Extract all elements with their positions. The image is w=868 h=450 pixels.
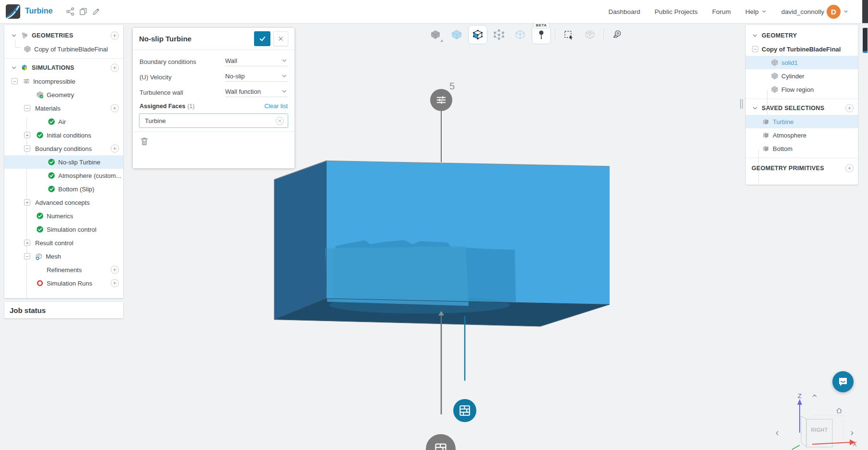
rpanel-selection-turbine[interactable]: Turbine bbox=[746, 115, 858, 128]
assignment-input[interactable]: Turbine bbox=[139, 113, 288, 128]
rpanel-section-saved-selections[interactable]: SAVED SELECTIONS bbox=[746, 101, 858, 115]
tree-item-simulation-runs[interactable]: Simulation Runs bbox=[4, 276, 123, 290]
expand-toggle[interactable] bbox=[24, 132, 30, 138]
nav-public-projects[interactable]: Public Projects bbox=[655, 8, 698, 15]
render-wireframe-button[interactable] bbox=[511, 25, 530, 44]
add-primitive-button[interactable] bbox=[845, 164, 854, 173]
home-icon[interactable] bbox=[835, 407, 843, 414]
collapse-toggle[interactable] bbox=[12, 78, 18, 85]
cylinder-region-silhouette[interactable] bbox=[325, 246, 469, 306]
rpanel-selection-atmosphere[interactable]: Atmosphere bbox=[746, 128, 858, 142]
assigned-faces-count: (1) bbox=[187, 103, 264, 110]
collapse-toggle[interactable] bbox=[24, 105, 30, 112]
tree-item-air[interactable]: Air bbox=[4, 115, 123, 128]
rpanel-item-solid1[interactable]: solid1 bbox=[746, 56, 858, 69]
rpanel-section-geometry-primitives[interactable]: GEOMETRY PRIMITIVES bbox=[746, 161, 858, 176]
collapse-toggle[interactable] bbox=[752, 46, 758, 52]
refinement-pin[interactable] bbox=[430, 89, 452, 111]
cube-solid-icon bbox=[430, 29, 441, 40]
user-menu[interactable]: david_connolly D bbox=[781, 5, 849, 19]
nav-forum[interactable]: Forum bbox=[712, 8, 731, 15]
add-geometry-button[interactable] bbox=[111, 32, 119, 40]
viewport-3d-scene[interactable] bbox=[0, 23, 868, 450]
tree-item-mesh[interactable]: Mesh bbox=[4, 250, 123, 263]
share-icon[interactable] bbox=[65, 7, 75, 16]
plus-icon bbox=[112, 33, 117, 38]
screen-edge-artifact bbox=[863, 28, 868, 53]
flow-domain-left-face[interactable] bbox=[274, 161, 326, 320]
rpanel-geometry-root[interactable]: Copy of TurbineBladeFinal bbox=[746, 42, 858, 56]
header-nav: Dashboard Public Projects Forum Help dav… bbox=[609, 0, 849, 23]
rpanel-item-flow-region[interactable]: Flow region bbox=[746, 83, 858, 96]
new-run-button[interactable] bbox=[111, 279, 119, 288]
avatar[interactable]: D bbox=[827, 5, 841, 19]
turbulence-wall-select[interactable]: Wall function bbox=[225, 88, 288, 97]
rotate-up-chevron-icon[interactable] bbox=[811, 392, 818, 399]
pencil-icon[interactable] bbox=[91, 7, 101, 16]
rpanel-section-geometry[interactable]: GEOMETRY bbox=[746, 29, 858, 42]
nav-help[interactable]: Help bbox=[745, 8, 767, 15]
rotate-left-chevron-icon[interactable] bbox=[774, 430, 780, 437]
mesh-icon bbox=[35, 252, 43, 260]
mesh-quality-button[interactable] bbox=[580, 25, 600, 44]
render-nodes-button[interactable] bbox=[489, 25, 509, 44]
remove-assignment-button[interactable] bbox=[276, 117, 284, 125]
render-translucent-button[interactable] bbox=[447, 25, 466, 44]
tree-item-initial-conditions[interactable]: Initial conditions bbox=[4, 128, 123, 142]
collapse-toggle[interactable] bbox=[24, 146, 30, 152]
rpanel-item-cylinder[interactable]: Cylinder bbox=[746, 69, 858, 83]
add-refinement-button[interactable] bbox=[111, 266, 119, 274]
tree-item-geometry-copy[interactable]: Copy of TurbineBladeFinal bbox=[4, 42, 123, 56]
copy-icon[interactable] bbox=[78, 7, 88, 16]
tree-item-bottom-slip[interactable]: Bottom (Slip) bbox=[4, 182, 123, 196]
render-solid-button[interactable] bbox=[426, 25, 445, 44]
sidebar-section-simulations[interactable]: SIMULATIONS bbox=[4, 61, 123, 75]
clear-list-link[interactable]: Clear list bbox=[264, 103, 288, 110]
tree-item-refinements[interactable]: Refinements bbox=[4, 263, 123, 276]
rpanel-selection-bottom[interactable]: Bottom bbox=[746, 142, 858, 155]
plus-icon bbox=[112, 106, 117, 111]
sidebar-section-geometries[interactable]: GEOMETRIES bbox=[4, 29, 123, 42]
tree-item-simulation-control[interactable]: Simulation control bbox=[4, 223, 123, 236]
z-axis-label: Z bbox=[798, 392, 802, 400]
app-logo-icon[interactable] bbox=[6, 4, 20, 19]
selected-boundary-pin[interactable] bbox=[453, 399, 476, 422]
velocity-select[interactable]: No-slip bbox=[225, 73, 288, 82]
check-circle-icon bbox=[48, 172, 55, 179]
measure-button[interactable] bbox=[608, 25, 627, 44]
tree-item-incompressible[interactable]: Incompressible bbox=[4, 75, 123, 88]
add-simulation-button[interactable] bbox=[111, 64, 119, 72]
collapse-toggle[interactable] bbox=[24, 253, 30, 260]
job-status-panel[interactable]: Job status bbox=[4, 302, 123, 318]
tree-item-numerics[interactable]: Numerics bbox=[4, 209, 123, 223]
probe-point-button[interactable]: BETA bbox=[532, 25, 551, 44]
box-select-button[interactable] bbox=[559, 25, 578, 44]
tree-item-no-slip-turbine[interactable]: No-slip Turbine bbox=[4, 155, 123, 169]
trash-icon[interactable] bbox=[140, 137, 149, 146]
close-button[interactable] bbox=[273, 31, 288, 46]
tree-item-result-control[interactable]: Result control bbox=[4, 236, 123, 250]
cube-shaded-icon bbox=[451, 29, 462, 40]
nav-dashboard[interactable]: Dashboard bbox=[609, 8, 640, 15]
probe-pin-icon bbox=[536, 29, 547, 40]
tree-item-geometry[interactable]: Geometry bbox=[4, 88, 123, 101]
render-vertices-button[interactable] bbox=[468, 25, 487, 44]
tree-item-advanced-concepts[interactable]: Advanced concepts bbox=[4, 196, 123, 209]
tree-item-materials[interactable]: Materials bbox=[4, 101, 123, 115]
add-boundary-condition-button[interactable] bbox=[111, 145, 119, 153]
add-material-button[interactable] bbox=[111, 104, 119, 112]
toolbar-separator bbox=[555, 28, 555, 41]
tree-item-atmosphere[interactable]: Atmosphere (custom... bbox=[4, 169, 123, 182]
support-chat-button[interactable] bbox=[832, 371, 854, 392]
expand-toggle[interactable] bbox=[24, 240, 30, 246]
confirm-button[interactable] bbox=[254, 31, 270, 46]
add-saved-selection-button[interactable] bbox=[845, 104, 854, 112]
tree-item-boundary-conditions[interactable]: Boundary conditions bbox=[4, 142, 123, 155]
panel-title: No-slip Turbine bbox=[139, 35, 254, 43]
measure-tape-icon bbox=[612, 29, 623, 40]
boundary-conditions-select[interactable]: Wall bbox=[225, 57, 288, 66]
expand-toggle[interactable] bbox=[24, 200, 30, 206]
rotate-right-chevron-icon[interactable] bbox=[849, 430, 855, 437]
app-header: Turbine Dashboard Public Projects Forum … bbox=[0, 0, 868, 23]
panel-resize-handle[interactable] bbox=[740, 99, 744, 109]
